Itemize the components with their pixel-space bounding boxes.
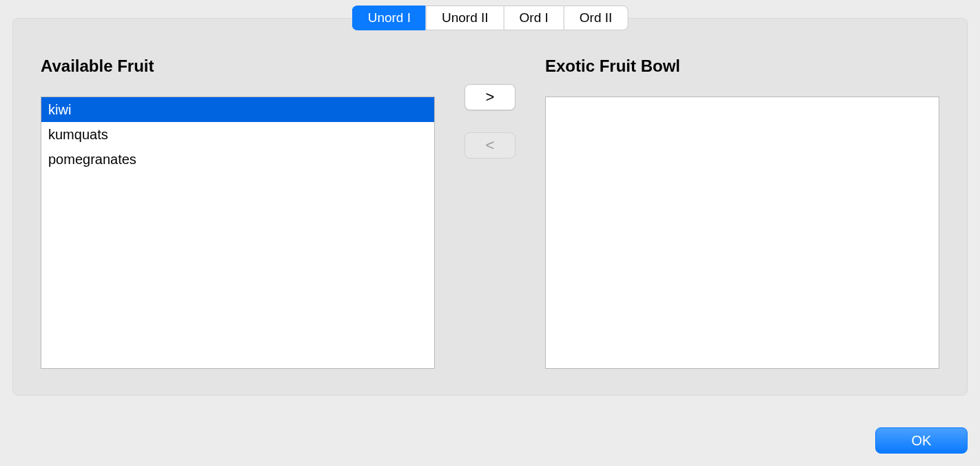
selected-title: Exotic Fruit Bowl (545, 57, 939, 76)
tab-label: Ord I (520, 10, 549, 26)
selected-column: Exotic Fruit Bowl (545, 57, 939, 369)
list-item[interactable]: pomegranates (41, 147, 434, 172)
main-panel: Available Fruit kiwi kumquats pomegranat… (12, 18, 968, 396)
list-item-label: kumquats (48, 127, 108, 142)
tab-label: Unord I (368, 10, 411, 26)
tab-label: Unord II (442, 10, 489, 26)
tab-unord-2[interactable]: Unord II (426, 6, 504, 30)
tab-unord-1[interactable]: Unord I (352, 6, 426, 30)
tab-bar: Unord I Unord II Ord I Ord II (352, 6, 629, 30)
chevron-right-icon: > (486, 90, 495, 105)
list-item[interactable]: kumquats (41, 122, 434, 147)
tab-label: Ord II (580, 10, 613, 26)
selected-listbox[interactable] (545, 97, 939, 369)
list-item-label: pomegranates (48, 152, 136, 167)
add-button[interactable]: > (465, 84, 515, 110)
available-listbox[interactable]: kiwi kumquats pomegranates (41, 97, 435, 369)
ok-button[interactable]: OK (875, 427, 968, 454)
list-item-label: kiwi (48, 102, 71, 117)
chevron-left-icon: < (486, 138, 495, 153)
list-item[interactable]: kiwi (41, 97, 434, 122)
ok-label: OK (912, 433, 932, 449)
available-column: Available Fruit kiwi kumquats pomegranat… (41, 57, 435, 369)
available-title: Available Fruit (41, 57, 435, 76)
tab-ord-2[interactable]: Ord II (564, 6, 629, 30)
remove-button: < (465, 132, 515, 159)
tab-ord-1[interactable]: Ord I (504, 6, 564, 30)
transfer-controls: > < (435, 57, 545, 159)
